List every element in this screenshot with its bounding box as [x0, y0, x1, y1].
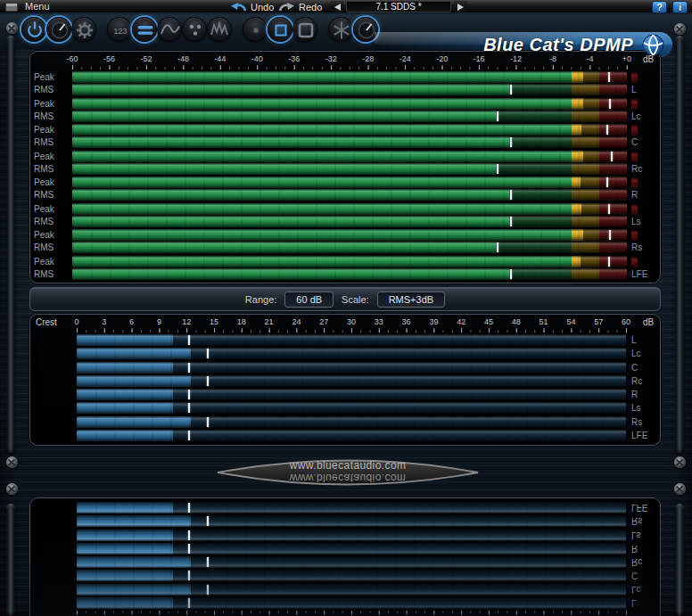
plugin-window: Menu Undo Redo 7.1 SDDS * ? i — [0, 0, 692, 616]
square-button[interactable] — [268, 17, 292, 42]
scale-tick-label: 30 — [347, 317, 356, 326]
preset-next-button[interactable] — [453, 1, 467, 12]
scale-tick-label: -52 — [140, 54, 152, 63]
preset-prev-button[interactable] — [330, 1, 344, 12]
waveform-button[interactable] — [207, 17, 232, 42]
meter-channel-LFE: PeakRMSLFE — [30, 255, 660, 282]
crest-hold-marker — [188, 530, 190, 540]
meter-channel-Rc: PeakRMSRc — [30, 150, 660, 177]
channel-label: R — [631, 189, 638, 201]
clip-indicator-Rc — [631, 152, 638, 162]
channel-label: LFE — [631, 501, 647, 514]
dots-button[interactable] — [182, 17, 207, 42]
menu-button[interactable]: Menu — [25, 0, 50, 13]
crest-hold-marker — [207, 349, 209, 358]
crest-bar-Lc — [77, 584, 626, 595]
screw-icon — [6, 456, 18, 468]
undo-label: Undo — [251, 2, 274, 12]
scale-tick-label: -20 — [436, 54, 448, 63]
clip-indicator-C — [631, 125, 638, 136]
peak-hold-marker — [609, 230, 611, 240]
scale-tick-label: 24 — [292, 317, 301, 326]
peak-hold-marker — [608, 257, 610, 267]
rms-row-label: RMS — [34, 136, 54, 148]
dot-square-button[interactable] — [243, 17, 268, 42]
scale-tick-label: -44 — [214, 54, 226, 63]
help-button[interactable]: ? — [652, 1, 667, 13]
knob-button[interactable] — [46, 17, 71, 42]
clip-indicator-LFE — [631, 257, 638, 267]
channel-label: C — [631, 136, 638, 148]
rms-row-label: RMS — [34, 216, 54, 227]
crest-bar-Rs — [77, 416, 626, 428]
scale-value-box[interactable]: RMS+3dB — [377, 292, 445, 308]
crest-bar-C — [77, 362, 626, 374]
snowflake-icon — [329, 18, 354, 43]
crest-hold-marker — [188, 544, 190, 554]
preset-selector[interactable]: 7.1 SDDS * — [346, 1, 451, 12]
channel-label: Rs — [631, 515, 642, 529]
rms-hold-marker — [497, 242, 498, 252]
crest-title: Crest — [36, 317, 57, 327]
right-arrow-icon — [457, 4, 464, 11]
numbers-icon: 123 — [108, 18, 133, 43]
menu-bar: Menu Undo Redo 7.1 SDDS * ? i — [0, 0, 692, 13]
window-icon — [5, 3, 18, 12]
frame-button[interactable] — [292, 17, 317, 42]
undo-button[interactable]: Undo — [230, 0, 274, 13]
clip-indicator-Lc — [631, 99, 638, 110]
peak-hold-marker — [606, 125, 608, 135]
rms-row-label: RMS — [34, 84, 54, 95]
clip-indicator-R — [631, 177, 638, 188]
meter-channel-Rs: PeakRMSRs — [30, 228, 660, 255]
crest-channels: LLcCRcRLsRsLFE — [30, 333, 660, 442]
info-button[interactable]: i — [672, 1, 688, 13]
crest-channel-LFE: LFE — [30, 429, 660, 442]
range-value-box[interactable]: 60 dB — [284, 292, 334, 308]
crest-bar-Ls — [77, 402, 626, 414]
watermark-emblem[interactable]: www.bluecataudio.com www.bluecataudio.co… — [212, 453, 483, 492]
peak-channels: PeakRMSLPeakRMSLcPeakRMSCPeakRMSRcPeakRM… — [30, 70, 660, 281]
rms-bar-R — [72, 189, 627, 201]
channel-label: Ls — [631, 401, 641, 415]
clip-indicator-Rs — [631, 230, 638, 241]
scale-tick-label: 42 — [457, 317, 465, 326]
channel-label: Ls — [631, 216, 641, 227]
scale-tick-label: 45 — [484, 317, 493, 326]
scale-tick-label: 0 — [74, 317, 78, 326]
crest-hold-marker — [207, 517, 209, 527]
equals-button[interactable] — [132, 17, 157, 42]
rms-bar-Rs — [72, 242, 627, 253]
crest-channel-Rc: Rc — [30, 555, 660, 569]
curve-button[interactable] — [157, 17, 182, 42]
channel-label: Lc — [631, 111, 641, 122]
channel-label: Ls — [631, 529, 641, 542]
gear-button[interactable] — [71, 17, 96, 42]
snowflake-button[interactable] — [328, 17, 353, 42]
crest-hold-marker — [188, 335, 190, 345]
waveform-icon — [208, 18, 233, 43]
channel-label: Rs — [631, 242, 642, 253]
crest-hold-marker — [207, 417, 209, 427]
rms-row-label: RMS — [34, 268, 54, 280]
power-button[interactable] — [21, 17, 46, 42]
redo-button[interactable]: Redo — [278, 0, 322, 13]
crest-bar-R — [77, 389, 626, 400]
channel-label: C — [631, 361, 638, 374]
watermark-url: www.bluecataudio.com — [212, 459, 483, 472]
scale-tick-label: -32 — [325, 54, 337, 63]
peak-tickstrip — [72, 65, 629, 70]
peak-row-label: Peak — [34, 177, 54, 188]
scale-tick-label: -36 — [288, 54, 300, 63]
globe-logo-icon[interactable] — [642, 34, 664, 56]
crest-channel-Rs: Rs — [30, 415, 660, 429]
frame-icon — [293, 18, 318, 43]
crest-bar-Rc — [77, 556, 626, 568]
numbers-button[interactable]: 123 — [107, 17, 132, 42]
channel-label: Rc — [631, 163, 642, 175]
crest-hold-marker — [188, 598, 190, 608]
rms-row-label: RMS — [34, 189, 54, 201]
crest-bar-Lc — [77, 348, 626, 359]
meter-channel-C: PeakRMSC — [30, 123, 660, 150]
crest-hold-marker — [188, 390, 190, 399]
